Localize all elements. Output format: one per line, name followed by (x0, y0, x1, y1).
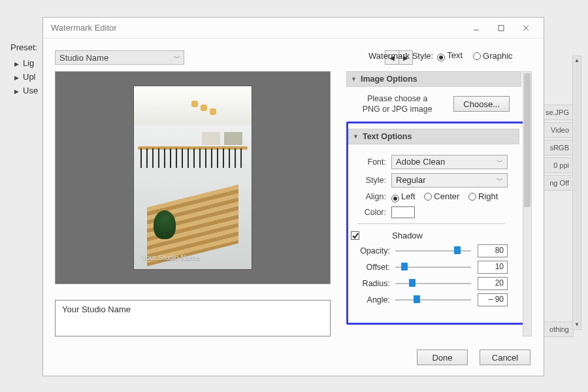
font-label: Font: (355, 157, 391, 167)
scroll-down-icon[interactable]: ▼ (573, 320, 581, 329)
radio-off-icon (468, 193, 476, 201)
done-button[interactable]: Done (417, 350, 468, 365)
dialog-title: Watermark Editor (48, 23, 464, 33)
bg-scrollbar[interactable]: ▲ ▼ (572, 56, 581, 330)
align-right-radio[interactable]: Right (468, 191, 498, 201)
watermark-editor-dialog: Watermark Editor Studio Name ﹀ ◀ ▶ Water… (42, 17, 544, 376)
preset-label: Preset: (10, 42, 37, 52)
preset-item[interactable]: Use (14, 84, 38, 97)
image-options-header[interactable]: ▼ Image Options (346, 71, 521, 87)
image-options-message: Please choose a PNG or JPG image (353, 93, 442, 115)
font-select[interactable]: Adobe Clean﹀ (391, 155, 508, 169)
text-options-title: Text Options (363, 132, 412, 141)
watermark-preset-value: Studio Name (59, 53, 108, 63)
opacity-value[interactable]: 80 (478, 244, 508, 257)
style-select[interactable]: Regular﹀ (391, 173, 508, 188)
scroll-track[interactable] (573, 65, 581, 77)
choose-image-button[interactable]: Choose... (453, 96, 510, 112)
chevron-down-icon: ﹀ (497, 157, 503, 167)
watermark-preset-select[interactable]: Studio Name ﹀ (55, 50, 184, 65)
radio-off-icon (473, 52, 481, 60)
color-well[interactable] (391, 206, 415, 218)
watermark-style-label: Watermark Style: (368, 51, 433, 61)
svg-rect-1 (498, 25, 504, 31)
close-button[interactable] (514, 18, 538, 38)
shadow-checkbox[interactable] (351, 231, 359, 240)
align-left-radio[interactable]: Left (391, 191, 416, 201)
titlebar[interactable]: Watermark Editor (43, 18, 544, 39)
scrollbar-thumb[interactable] (524, 73, 531, 207)
radio-off-icon (424, 193, 432, 201)
text-options-highlight: ▼ Text Options Font: Adobe Clean﹀ Style:… (346, 122, 529, 325)
cancel-button[interactable]: Cancel (480, 350, 531, 365)
radio-on-icon (437, 54, 445, 61)
preview-watermark-text: Your Studio Name (142, 253, 200, 261)
chevron-down-icon: ﹀ (497, 176, 503, 185)
preset-item[interactable]: Lig (14, 56, 38, 70)
radius-label: Radius: (355, 279, 395, 288)
angle-label: Angle: (355, 295, 395, 304)
angle-value[interactable]: – 90 (478, 293, 508, 306)
opacity-label: Opacity: (355, 246, 395, 255)
separator (357, 223, 505, 224)
radius-value[interactable]: 20 (478, 277, 508, 290)
opacity-slider[interactable] (395, 245, 471, 257)
watermark-style-text-radio[interactable]: Text (437, 50, 463, 61)
maximize-button[interactable] (489, 18, 514, 38)
align-center-radio[interactable]: Center (424, 191, 459, 201)
text-options-header[interactable]: ▼ Text Options (348, 129, 519, 144)
preset-list: Lig Upl Use (14, 56, 38, 97)
watermark-text-input[interactable]: Your Studio Name (55, 300, 331, 336)
radius-slider[interactable] (395, 278, 471, 289)
shadow-label: Shadow (392, 231, 423, 240)
watermark-preview: Your Studio Name (55, 71, 331, 284)
preset-item[interactable]: Upl (14, 70, 38, 84)
radio-on-icon (391, 195, 399, 203)
offset-slider[interactable] (395, 261, 471, 273)
offset-value[interactable]: 10 (478, 261, 508, 274)
disclosure-triangle-icon: ▼ (351, 76, 357, 82)
style-label: Style: (355, 176, 391, 185)
preview-photo: Your Studio Name (134, 86, 252, 269)
offset-label: Offset: (355, 263, 395, 272)
disclosure-triangle-icon: ▼ (353, 133, 359, 140)
align-label: Align: (355, 192, 391, 201)
minimize-button[interactable] (464, 18, 489, 38)
angle-slider[interactable] (395, 294, 471, 306)
color-label: Color: (355, 208, 391, 217)
scroll-up-icon[interactable]: ▲ (573, 56, 581, 65)
image-options-title: Image Options (361, 74, 417, 84)
watermark-style-graphic-radio[interactable]: Graphic (473, 51, 513, 61)
panel-scrollbar[interactable] (523, 71, 532, 336)
chevron-down-icon: ﹀ (174, 54, 180, 63)
